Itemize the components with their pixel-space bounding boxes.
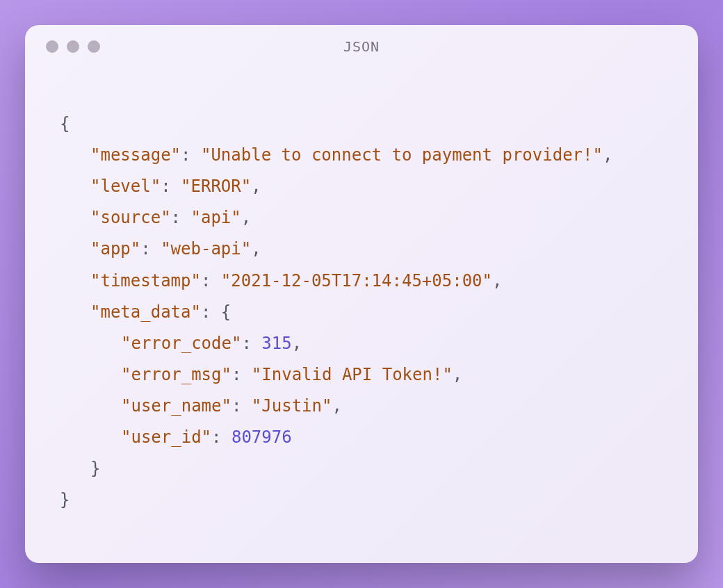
colon: : <box>140 239 161 259</box>
window-title: JSON <box>25 38 698 55</box>
json-string: "api" <box>191 208 241 227</box>
colon: : <box>201 271 221 291</box>
open-brace: { <box>221 302 231 322</box>
close-icon[interactable] <box>46 40 58 53</box>
titlebar: JSON <box>25 25 698 60</box>
json-string: "Unable to connect to payment provider!" <box>201 145 603 165</box>
json-key: "error_msg" <box>121 365 231 384</box>
colon: : <box>171 208 191 227</box>
comma: , <box>241 208 251 227</box>
json-key: "app" <box>90 239 140 259</box>
json-string: "web-api" <box>161 239 251 259</box>
json-string: "Justin" <box>252 396 332 416</box>
json-key: "source" <box>90 208 171 227</box>
json-number: 315 <box>261 334 291 353</box>
json-string: "ERROR" <box>181 177 251 196</box>
json-key: "user_id" <box>121 427 211 447</box>
colon: : <box>201 302 221 322</box>
comma: , <box>251 177 261 196</box>
json-key: "user_name" <box>121 396 231 416</box>
json-key: "meta_data" <box>90 302 201 322</box>
colon: : <box>231 365 252 384</box>
json-string: "Invalid API Token!" <box>252 365 453 384</box>
json-key: "message" <box>90 145 181 165</box>
comma: , <box>292 334 302 353</box>
colon: : <box>211 427 231 447</box>
colon: : <box>161 177 181 196</box>
json-key: "level" <box>90 177 161 196</box>
json-key: "error_code" <box>121 334 241 353</box>
colon: : <box>241 334 261 353</box>
traffic-lights <box>46 40 100 53</box>
minimize-icon[interactable] <box>67 40 79 53</box>
comma: , <box>603 145 612 165</box>
close-brace: } <box>60 490 70 509</box>
comma: , <box>332 396 341 416</box>
open-brace: { <box>60 114 70 133</box>
json-number: 807976 <box>231 427 292 447</box>
code-content: {"message": "Unable to connect to paymen… <box>25 60 698 544</box>
maximize-icon[interactable] <box>88 40 100 53</box>
json-string: "2021-12-05T17:14:45+05:00" <box>221 271 492 291</box>
colon: : <box>231 396 252 416</box>
code-window: JSON {"message": "Unable to connect to p… <box>25 25 698 563</box>
json-key: "timestamp" <box>90 271 201 291</box>
comma: , <box>492 271 502 291</box>
colon: : <box>181 145 201 165</box>
close-brace: } <box>90 459 100 478</box>
comma: , <box>251 239 261 259</box>
comma: , <box>453 365 462 384</box>
